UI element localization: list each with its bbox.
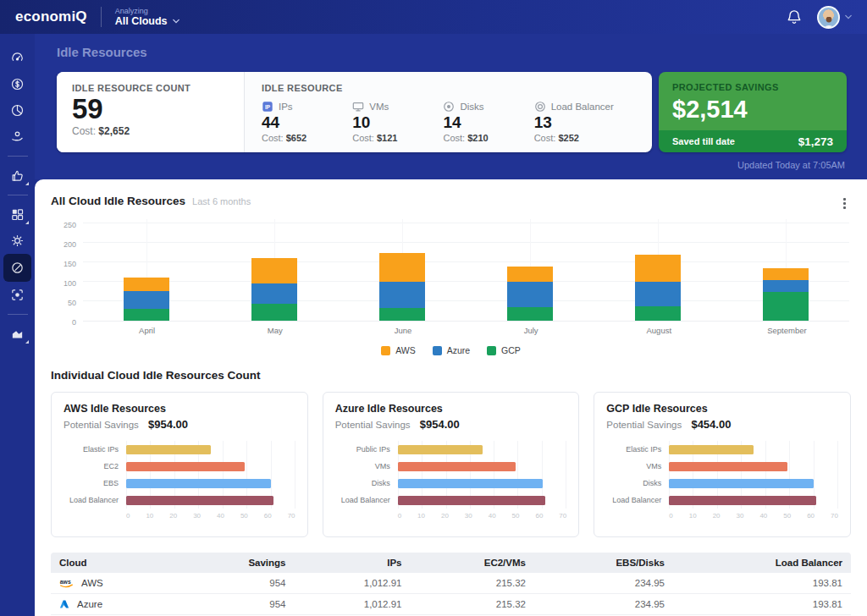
table-row-azure[interactable]: Azure9541,012.91215.32234.95193.81 — [51, 594, 851, 615]
table-header-cloud: Cloud — [51, 553, 179, 573]
gauge-icon — [10, 51, 25, 65]
mini-bar-label: VMs — [606, 462, 669, 470]
sidebar-item-area-chart[interactable] — [3, 321, 31, 347]
bar-segment-gcp — [251, 304, 297, 321]
legend-item-azure[interactable]: Azure — [433, 345, 470, 355]
mini-x-ticks: 010203040506070 — [126, 512, 295, 520]
mini-bar-label: Public IPs — [335, 445, 398, 454]
mini-bar — [398, 496, 545, 505]
x-tick: 10 — [417, 512, 425, 520]
chart-menu-kebab-icon[interactable] — [838, 195, 851, 212]
projected-savings-card: PROJECTED SAVINGS $2,514 Saved till date… — [659, 72, 847, 152]
x-tick: 0 — [669, 512, 672, 520]
bar-segment-azure — [379, 282, 425, 308]
table-row-aws[interactable]: awsAWS9541,012.91215.32234.95193.81 — [51, 573, 851, 594]
sidebar-item-idle-block[interactable] — [3, 254, 31, 282]
mini-bar-row: Disks — [335, 475, 567, 492]
azure-logo — [59, 599, 69, 609]
projected-savings-value: $2,514 — [672, 96, 833, 124]
x-axis-label: June — [339, 326, 467, 335]
gcp-idle-resources-card: GCP Idle ResourcesPotential Savings $454… — [594, 392, 851, 537]
user-menu[interactable] — [817, 6, 852, 29]
sidebar-divider — [8, 156, 28, 157]
x-tick: 50 — [512, 512, 520, 520]
bar-segment-azure — [763, 280, 809, 292]
metric-name: Load Balancer — [551, 102, 614, 112]
mini-bar-track — [126, 475, 295, 492]
main-chart-subtitle: Last 6 months — [192, 196, 251, 206]
ip-icon: IP — [262, 101, 273, 113]
notifications-bell-icon[interactable] — [787, 8, 802, 25]
mini-bar-row: Public IPs — [335, 441, 567, 458]
bar-column-june — [339, 224, 467, 321]
mini-bar-track — [669, 492, 838, 509]
mini-bar — [669, 496, 816, 505]
updated-timestamp: Updated Today at 7:05AM — [57, 160, 847, 170]
submenu-corner-icon — [25, 182, 29, 185]
bar-segment-gcp — [635, 306, 681, 321]
potential-savings: Potential Savings $454.00 — [606, 418, 838, 431]
table-value-cell: 954 — [179, 573, 295, 594]
x-tick: 70 — [831, 512, 838, 520]
cloud-scope-selector[interactable]: Analyzing All Clouds — [115, 7, 179, 28]
mini-x-axis: 010203040506070 — [606, 512, 838, 520]
metric-value: 10 — [352, 113, 397, 132]
x-axis-label: May — [211, 326, 339, 335]
sidebar-item-pie-chart[interactable] — [3, 97, 31, 124]
idle-resource-count-section: IDLE RESOURCE COUNT 59 Cost: $2,652 — [57, 72, 245, 152]
legend-item-gcp[interactable]: GCP — [487, 345, 521, 355]
stacked-bar — [251, 258, 297, 321]
mini-bar-label: Load Balancer — [606, 496, 669, 504]
x-tick: 40 — [489, 512, 496, 520]
sun-icon — [10, 234, 25, 248]
mini-bar-row: VMs — [335, 458, 567, 475]
legend-label: GCP — [501, 345, 521, 355]
legend-item-aws[interactable]: AWS — [381, 345, 416, 355]
x-tick: 70 — [559, 512, 566, 520]
mini-bar — [126, 496, 273, 505]
mini-chart-title: GCP Idle Resources — [606, 403, 838, 415]
metric-cost: Cost: $652 — [262, 133, 306, 143]
sidebar-item-dashboard-grid[interactable] — [3, 201, 31, 228]
cloud-name-cell: awsAWS — [51, 573, 179, 594]
y-axis-tick: 200 — [51, 240, 76, 249]
sidebar-item-focus-scan[interactable] — [3, 282, 31, 308]
mini-bar-row: EC2 — [64, 458, 295, 475]
svg-text:IP: IP — [265, 104, 271, 110]
all-cloud-stacked-bar-chart: 050100150200250 — [51, 224, 849, 322]
mini-bar-row: Load Balancer — [606, 492, 838, 509]
mini-x-ticks: 010203040506070 — [398, 512, 567, 520]
page-title: Idle Resources — [57, 45, 847, 59]
resource-card-label: IDLE RESOURCE — [262, 83, 635, 93]
area-chart-icon — [10, 327, 25, 341]
app-header: economiQ Analyzing All Clouds — [0, 0, 867, 34]
bar-column-april — [83, 224, 211, 321]
dashboard-grid-icon — [10, 207, 25, 222]
mini-bar-track — [398, 492, 567, 509]
x-tick: 60 — [807, 512, 815, 520]
stacked-bar — [507, 267, 553, 321]
sidebar-item-gauge[interactable] — [3, 45, 31, 71]
bar-segment-azure — [507, 282, 553, 307]
sidebar-item-hand-savings[interactable] — [3, 124, 31, 150]
legend-label: Azure — [447, 345, 470, 355]
sidebar-item-dollar-circle[interactable] — [3, 71, 31, 97]
metric-name: Disks — [460, 102, 483, 112]
potential-savings: Potential Savings $954.00 — [64, 418, 295, 431]
saved-till-date-value: $1,273 — [798, 135, 833, 148]
chevron-down-icon — [173, 18, 179, 25]
count-card-cost: Cost: $2,652 — [72, 125, 229, 137]
metric-load-balancer: Load Balancer13Cost: $252 — [534, 101, 614, 143]
bar-segment-gcp — [763, 292, 809, 321]
sidebar-item-thumbs-up[interactable] — [3, 162, 31, 189]
thumbs-up-icon — [10, 168, 25, 183]
pie-chart-icon — [10, 103, 25, 118]
mini-bar-label: Elastic IPs — [64, 445, 126, 454]
legend-label: AWS — [395, 345, 416, 355]
mini-bar-row: Load Balancer — [335, 492, 567, 509]
table-header-ec2-vms: EC2/VMs — [411, 553, 534, 573]
x-axis-label: August — [595, 326, 723, 335]
x-tick: 30 — [737, 512, 744, 520]
sidebar-item-sun[interactable] — [3, 228, 31, 254]
gridline — [83, 223, 849, 223]
